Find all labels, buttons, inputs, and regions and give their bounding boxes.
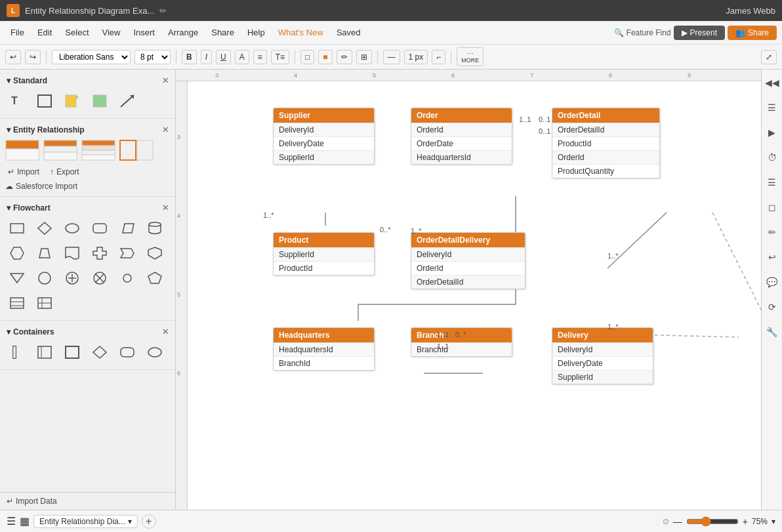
fc-triangle-down[interactable] (5, 268, 29, 289)
fill-color-button[interactable]: ■ (318, 50, 332, 64)
font-size-select[interactable]: 8 pt 9 pt 10 pt 12 pt (134, 50, 171, 64)
grid-view-icon[interactable]: ▦ (20, 515, 30, 527)
font-family-select[interactable]: Liberation Sans (52, 50, 131, 64)
fc-small-circle[interactable] (115, 268, 139, 289)
bold-button[interactable]: B (182, 50, 197, 64)
fc-rounded-rect[interactable] (88, 218, 112, 239)
italic-button[interactable]: I (201, 50, 212, 64)
tools-icon[interactable]: 🔧 (763, 323, 781, 341)
fc-x-circle[interactable] (88, 268, 112, 289)
zoom-arrow[interactable]: ▾ (772, 517, 775, 526)
more-button[interactable]: ⋯ MORE (457, 47, 484, 66)
undo-button[interactable]: ↩ (5, 50, 21, 64)
comment-icon[interactable]: 💬 (763, 273, 781, 291)
fc-list2[interactable] (33, 293, 56, 314)
edit-panel-icon[interactable]: ✏ (763, 223, 781, 241)
fc-hex[interactable] (5, 243, 29, 264)
history-icon[interactable]: ⟳ (763, 298, 781, 316)
delivery-table[interactable]: Delivery DeliveryId DeliveryDate Supplie… (552, 327, 653, 384)
menu-arrange[interactable]: Arrange (163, 25, 203, 40)
redo-button[interactable]: ↪ (25, 50, 41, 64)
cont-ellipse[interactable] (143, 342, 167, 363)
export-button[interactable]: ↑ Export (47, 166, 82, 178)
close-containers-icon[interactable]: ✕ (162, 327, 169, 337)
layers-icon[interactable]: ☰ (763, 173, 781, 192)
present-button[interactable]: ▶ Present (674, 26, 725, 40)
waypoint-button[interactable]: ⌐ (432, 50, 445, 64)
fc-para[interactable] (115, 218, 139, 239)
fc-pentagon[interactable] (143, 268, 167, 289)
arrow-shape[interactable] (115, 91, 139, 112)
er-section-header[interactable]: ▾ Entity Relationship ✕ (0, 123, 175, 137)
fc-rect[interactable] (5, 218, 29, 239)
er-shape-4[interactable] (119, 140, 154, 161)
fc-doc[interactable] (60, 243, 84, 264)
menu-view[interactable]: View (97, 25, 126, 40)
edit-title-icon[interactable]: ✏ (159, 6, 167, 16)
feature-find-button[interactable]: 🔍 Feature Find (614, 28, 671, 37)
orderdetail-table[interactable]: OrderDetail OrderDetailId ProductId Orde… (552, 108, 660, 178)
collapse-panel-icon[interactable]: ◀◀ (763, 73, 781, 92)
flowchart-section-header[interactable]: ▾ Flowchart ✕ (0, 201, 175, 215)
fullscreen-button[interactable]: ⤢ (761, 50, 777, 64)
order-table[interactable]: Order OrderId OrderDate HeadquartersId (411, 108, 512, 165)
cont-pillar[interactable] (5, 342, 29, 363)
menu-saved[interactable]: Saved (331, 25, 366, 40)
menu-file[interactable]: File (5, 25, 30, 40)
containers-section-header[interactable]: ▾ Containers ✕ (0, 325, 175, 339)
cont-diamond[interactable] (88, 342, 112, 363)
er-shape-3[interactable] (81, 140, 115, 161)
text-format-button[interactable]: T≡ (271, 50, 289, 64)
zoom-plus-button[interactable]: + (743, 516, 748, 527)
fc-cylinder[interactable] (143, 218, 167, 239)
close-flowchart-icon[interactable]: ✕ (162, 203, 169, 213)
fc-cross[interactable] (88, 243, 112, 264)
cont-rect[interactable] (60, 342, 84, 363)
zoom-minus-button[interactable]: — (673, 516, 682, 527)
fc-ellipse[interactable] (60, 218, 84, 239)
shape-panel-icon[interactable]: ◻ (763, 198, 781, 216)
font-color-button[interactable]: A (235, 50, 249, 64)
menu-edit[interactable]: Edit (32, 25, 57, 40)
share-button[interactable]: 👥 Share (728, 26, 777, 40)
add-page-button[interactable]: + (142, 514, 156, 529)
note-shape[interactable] (60, 91, 84, 112)
fc-list1[interactable] (5, 293, 29, 314)
salesforce-import-button[interactable]: ☁ Salesforce Import (0, 180, 175, 192)
import-data-button[interactable]: ↵ Import Data (0, 492, 175, 510)
supplier-table[interactable]: Supplier DeliveryId DeliveryDate Supplie… (273, 108, 375, 165)
menu-whats-new[interactable]: What's New (273, 25, 329, 40)
extras-icon[interactable]: ↩ (763, 248, 781, 266)
er-shape-2[interactable] (43, 140, 77, 161)
fc-plus[interactable] (60, 268, 84, 289)
fc-circle[interactable] (33, 268, 56, 289)
format-icon[interactable]: ☰ (763, 98, 781, 117)
cont-swim[interactable] (33, 342, 56, 363)
underline-button[interactable]: U (216, 50, 231, 64)
line-width-button[interactable]: 1 px (404, 50, 428, 64)
line-style-button[interactable]: — (383, 50, 400, 64)
text-shape[interactable]: T (5, 91, 29, 112)
menu-share[interactable]: Share (206, 25, 239, 40)
menu-insert[interactable]: Insert (128, 25, 160, 40)
shape-fill-button[interactable]: □ (300, 50, 314, 64)
timer-icon[interactable]: ⏱ (763, 148, 781, 167)
import-button[interactable]: ↵ Import (5, 166, 42, 178)
line-color-button[interactable]: ✏ (337, 50, 352, 64)
cont-rrect[interactable] (115, 342, 139, 363)
align-left-button[interactable]: ≡ (253, 50, 267, 64)
orderdetaildelivery-table[interactable]: OrderDetailDelivery DeliveryId OrderId O… (411, 232, 525, 289)
fc-shield[interactable] (143, 243, 167, 264)
menu-help[interactable]: Help (242, 25, 270, 40)
play-panel-icon[interactable]: ▶ (763, 123, 781, 142)
fc-diamond[interactable] (33, 218, 56, 239)
fc-trapezoid[interactable] (33, 243, 56, 264)
fc-chevron[interactable] (115, 243, 139, 264)
zoom-slider[interactable] (686, 516, 739, 527)
product-table[interactable]: Product SupplierId ProductId (273, 232, 375, 276)
headquarters-table[interactable]: Headquarters HeadquartersId BranchId (273, 327, 375, 371)
close-er-icon[interactable]: ✕ (162, 125, 169, 134)
rectangle-shape[interactable] (33, 91, 56, 112)
close-standard-icon[interactable]: ✕ (162, 76, 169, 85)
connection-style-button[interactable]: ⊞ (356, 50, 372, 64)
